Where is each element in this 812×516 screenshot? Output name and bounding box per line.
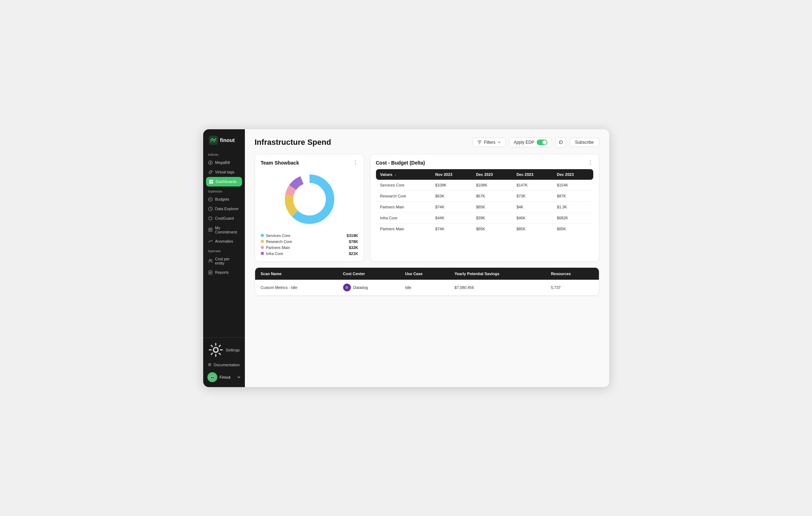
col-dec2023-2[interactable]: Dec 2023: [512, 169, 553, 180]
sidebar-item-virtual-tags[interactable]: Virtual tags: [203, 167, 245, 177]
sidebar-item-dashboards-label: Dashboards: [216, 179, 237, 184]
app-logo: finout: [203, 129, 245, 150]
refresh-icon: [559, 140, 563, 144]
edp-toggle[interactable]: [537, 140, 547, 145]
sidebar-item-megabill[interactable]: MegaBill: [203, 158, 245, 167]
cell-dec3: $154K: [553, 180, 593, 191]
cell-dec3: $1.3K: [553, 201, 593, 212]
header-actions: Filters Apply EDP Subscribe: [473, 137, 599, 148]
cell-dec3: $85K: [553, 223, 593, 234]
col-dec2023-3[interactable]: Dec 2023: [553, 169, 593, 180]
legend-label: Infra Core: [266, 251, 283, 256]
cost-center-badge: D: [343, 284, 351, 291]
col-yearly-savings[interactable]: Yearly Potential Savings: [449, 268, 545, 280]
cell-dec1: $67K: [472, 190, 512, 201]
legend-item: Partners Main $32K: [261, 245, 358, 250]
app-name: finout: [220, 137, 235, 143]
donut-chart: [261, 169, 358, 229]
sidebar-item-dashboards[interactable]: Dashboards: [206, 177, 242, 186]
sidebar-item-costguard-label: CostGuard: [215, 216, 234, 220]
legend-value: $78K: [349, 239, 358, 244]
main-content: Infrastructure Spend Filters Apply EDP S…: [245, 129, 609, 387]
cards-row: Team Showback ⋮: [255, 154, 599, 262]
legend-value: $319K: [347, 233, 358, 238]
table-row: Infra Core $44K $39K $46K $682K: [376, 212, 593, 223]
cell-dec2: $4K: [512, 201, 553, 212]
sidebar-item-budgets[interactable]: Budgets: [203, 195, 245, 204]
svg-point-7: [208, 197, 212, 201]
cell-name: Partners Main: [376, 223, 431, 234]
section-inform-label: Inform: [203, 150, 245, 158]
table-row: Partners Main $74K $85K $4K $1.3K: [376, 201, 593, 212]
sidebar-item-reports[interactable]: Reports: [203, 268, 245, 277]
cell-name: Research Core: [376, 190, 431, 201]
sidebar-item-cost-per-entity[interactable]: Cost per entity: [203, 254, 245, 268]
col-scan-name[interactable]: Scan Name: [255, 268, 337, 280]
legend-value: $21K: [349, 251, 358, 256]
budget-title: Cost - Budget (Delta): [376, 160, 425, 166]
showback-more-button[interactable]: ⋮: [353, 160, 358, 166]
col-values[interactable]: Values ↓: [376, 169, 431, 180]
cell-name: Services Core: [376, 180, 431, 191]
cell-scan-name: Custom Metrics - Idle: [255, 280, 337, 296]
cell-nov: $108K: [431, 180, 472, 191]
budget-card-header: Cost - Budget (Delta) ⋮: [376, 160, 593, 166]
edp-toggle-container: Apply EDP: [509, 137, 552, 147]
cell-dec2: $147K: [512, 180, 553, 191]
chevron-down-icon: [498, 141, 501, 144]
col-dec2023-1[interactable]: Dec 2023: [472, 169, 512, 180]
sidebar-item-documentation[interactable]: Documentation: [203, 360, 245, 369]
sidebar: finout Inform MegaBill Virtual tags Dash…: [203, 129, 245, 387]
col-use-case[interactable]: Use Case: [399, 268, 449, 280]
cell-dec1: $85K: [472, 201, 512, 212]
sidebar-item-data-explorer-label: Data Explorer: [215, 207, 239, 211]
table-row: Services Core $108K $108K $147K $154K: [376, 180, 593, 191]
legend-label: Partners Main: [266, 245, 290, 250]
page-title: Infrastructure Spend: [255, 138, 331, 147]
col-nov2023[interactable]: Nov 2023: [431, 169, 472, 180]
cell-yearly-savings: $7,080,456: [449, 280, 545, 296]
chevron-down-icon: [237, 375, 241, 379]
cost-center-label: Datadog: [353, 285, 368, 290]
bottom-table: Scan Name Cost Center Use Case Yearly Po…: [255, 268, 599, 296]
legend-item: Infra Core $21K: [261, 251, 358, 256]
filter-icon: [477, 140, 482, 144]
section-optimize-label: Optimize: [203, 186, 245, 195]
cell-nov: $44K: [431, 212, 472, 223]
svg-point-2: [211, 171, 212, 172]
sidebar-item-my-commitment-label: My Commitment: [215, 226, 240, 234]
cell-use-case: Idle: [399, 280, 449, 296]
legend-label: Services Core: [266, 233, 290, 238]
sidebar-item-reports-label: Reports: [215, 270, 229, 274]
svg-point-11: [211, 260, 212, 261]
budget-more-button[interactable]: ⋮: [588, 160, 593, 166]
page-header: Infrastructure Spend Filters Apply EDP S…: [255, 137, 599, 148]
cell-dec3: $682K: [553, 212, 593, 223]
svg-point-10: [209, 259, 211, 261]
legend-value: $32K: [349, 245, 358, 250]
svg-rect-6: [211, 182, 213, 184]
sidebar-item-data-explorer[interactable]: Data Explorer: [203, 204, 245, 214]
showback-card: Team Showback ⋮: [255, 154, 364, 262]
filters-button[interactable]: Filters: [473, 138, 506, 147]
avatar: 🦝: [207, 372, 217, 382]
col-cost-center[interactable]: Cost Center: [337, 268, 400, 280]
user-menu[interactable]: 🦝 Finout: [203, 369, 245, 385]
cell-dec1: $85K: [472, 223, 512, 234]
sidebar-item-cost-per-entity-label: Cost per entity: [215, 257, 240, 265]
sidebar-item-anomalies[interactable]: Anomalies: [203, 237, 245, 246]
col-resources[interactable]: Resources: [545, 268, 599, 280]
sidebar-item-my-commitment[interactable]: My Commitment: [203, 223, 245, 237]
cell-nov: $74K: [431, 201, 472, 212]
sidebar-item-budgets-label: Budgets: [215, 197, 229, 201]
subscribe-button[interactable]: Subscribe: [570, 138, 599, 147]
sidebar-item-virtual-tags-label: Virtual tags: [215, 170, 235, 174]
cell-name: Partners Main: [376, 201, 431, 212]
sidebar-docs-label: Documentation: [214, 363, 240, 367]
legend-item: Services Core $319K: [261, 233, 358, 238]
cell-dec2: $73K: [512, 190, 553, 201]
sidebar-item-settings[interactable]: Settings: [203, 340, 245, 360]
sidebar-item-costguard[interactable]: CostGuard: [203, 214, 245, 223]
refresh-button[interactable]: [555, 137, 566, 148]
cell-nov: $74K: [431, 223, 472, 234]
